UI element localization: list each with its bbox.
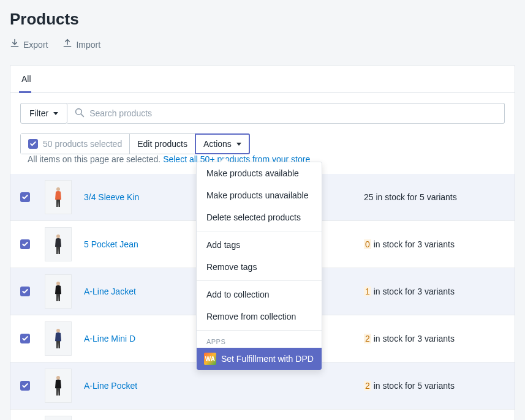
selection-count[interactable]: 50 products selected: [21, 134, 130, 154]
svg-point-0: [76, 108, 82, 114]
product-stock: 2 in stock for 5 variants: [364, 381, 505, 391]
selection-count-label: 50 products selected: [43, 139, 122, 149]
app-icon: WA: [204, 353, 216, 365]
chevron-down-icon: [236, 143, 241, 146]
menu-delete-selected[interactable]: Delete selected products: [197, 206, 322, 228]
actions-dropdown: Make products available Make products un…: [196, 162, 322, 370]
search-wrapper: [67, 103, 505, 124]
import-label: Import: [76, 40, 100, 50]
edit-products-label: Edit products: [137, 139, 187, 149]
row-checkbox[interactable]: [20, 287, 30, 296]
menu-make-available[interactable]: Make products available: [197, 162, 322, 184]
upload-icon: [62, 39, 72, 50]
svg-point-4: [56, 329, 60, 332]
search-input[interactable]: [89, 103, 497, 123]
row-checkbox[interactable]: [20, 239, 30, 249]
menu-remove-from-collection[interactable]: Remove from collection: [197, 306, 322, 328]
svg-point-2: [56, 234, 60, 238]
actions-label: Actions: [203, 139, 232, 149]
selection-info-text: All items on this page are selected.: [28, 154, 161, 164]
filter-button[interactable]: Filter: [20, 103, 67, 124]
product-thumbnail[interactable]: [45, 416, 72, 420]
export-button[interactable]: Export: [10, 39, 48, 50]
menu-separator: [197, 280, 322, 281]
svg-point-5: [56, 376, 60, 380]
menu-separator: [197, 330, 322, 331]
product-thumbnail[interactable]: [45, 321, 72, 356]
import-button[interactable]: Import: [62, 39, 100, 50]
actions-button[interactable]: Actions Make products available Make pro…: [195, 133, 250, 154]
row-checkbox[interactable]: [20, 381, 30, 391]
select-all-checkbox[interactable]: [28, 139, 38, 149]
download-icon: [10, 39, 20, 50]
menu-app-set-fulfillment[interactable]: WA Set Fulfillment with DPD: [197, 348, 322, 370]
filter-label: Filter: [29, 108, 48, 118]
tab-all[interactable]: All: [10, 66, 42, 92]
export-label: Export: [23, 40, 48, 50]
menu-separator: [197, 231, 322, 231]
menu-apps-header: APPS: [197, 333, 322, 348]
product-stock: 25 in stock for 5 variants: [364, 192, 505, 202]
menu-make-unavailable[interactable]: Make products unavailable: [197, 184, 322, 206]
chevron-down-icon: [53, 112, 58, 115]
selection-buttons: 50 products selected Edit products Actio…: [20, 133, 250, 154]
menu-add-to-collection[interactable]: Add to collection: [197, 283, 322, 306]
menu-add-tags[interactable]: Add tags: [197, 234, 322, 256]
tabs: All: [10, 66, 515, 93]
svg-point-1: [56, 187, 60, 191]
product-thumbnail[interactable]: [45, 274, 72, 309]
menu-app-label: Set Fulfillment with DPD: [221, 354, 314, 364]
table-row: ACB Top1 in stock for 2 variants: [10, 410, 515, 420]
search-icon: [75, 108, 85, 119]
edit-products-button[interactable]: Edit products: [130, 134, 195, 154]
menu-remove-tags[interactable]: Remove tags: [197, 256, 322, 278]
product-stock: 0 in stock for 3 variants: [364, 239, 505, 249]
product-thumbnail[interactable]: [45, 227, 72, 261]
product-thumbnail[interactable]: [45, 180, 72, 214]
product-thumbnail[interactable]: [45, 369, 72, 403]
filter-row: Filter: [10, 93, 515, 133]
row-checkbox[interactable]: [20, 192, 30, 202]
selection-bar: 50 products selected Edit products Actio…: [10, 133, 515, 174]
product-stock: 2 in stock for 3 variants: [364, 334, 505, 343]
product-stock: 1 in stock for 3 variants: [364, 287, 505, 296]
products-card: All Filter 50 products selected: [10, 65, 515, 420]
row-checkbox[interactable]: [20, 334, 30, 343]
toolbar: Export Import: [10, 39, 515, 50]
svg-point-3: [56, 282, 60, 285]
page-title: Products: [10, 10, 515, 29]
product-name-link[interactable]: A-Line Pocket: [84, 381, 352, 391]
